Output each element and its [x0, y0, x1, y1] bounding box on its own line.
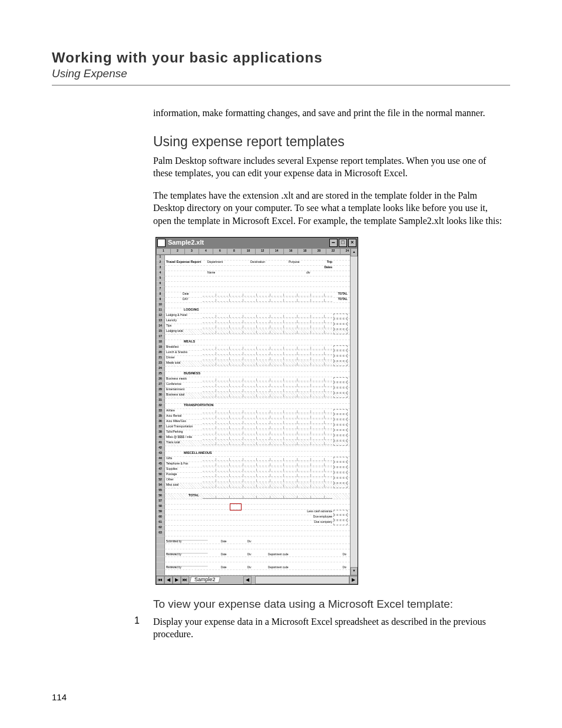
scroll-down-arrow[interactable]: ▼: [351, 567, 358, 575]
dept-code-label: Department code: [268, 566, 289, 569]
spreadsheet-area[interactable]: 123468101214161820222425 12Travel Expens…: [156, 248, 350, 575]
row-cells[interactable]: [165, 282, 350, 287]
vertical-scrollbar[interactable]: ▲ ▼: [350, 248, 358, 575]
row-label: Lodging total: [166, 330, 183, 332]
row-cells[interactable]: Misc total: [165, 483, 350, 489]
row-cells[interactable]: TRANSPORTATION: [165, 404, 350, 409]
row-cells[interactable]: Meals total: [165, 361, 350, 367]
row-header[interactable]: [156, 557, 165, 562]
row-cells[interactable]: Trans total: [165, 441, 350, 446]
row-cells[interactable]: DAYTOTAL: [165, 298, 350, 303]
row-cells[interactable]: Lodging & Hotel: [165, 314, 350, 319]
paragraph-2: The templates have the extension .xlt an…: [153, 189, 505, 228]
row-cells[interactable]: Lodging total: [165, 330, 350, 335]
column-header[interactable]: 14: [270, 248, 284, 255]
row-cells[interactable]: MISCELLANEOUS: [165, 452, 350, 457]
excel-titlebar[interactable]: Sample2.xlt ‒ □ ×: [156, 238, 358, 248]
column-header[interactable]: 4: [199, 248, 213, 255]
column-header[interactable]: 12: [256, 248, 270, 255]
column-header[interactable]: 10: [242, 248, 256, 255]
row-cells[interactable]: [165, 531, 350, 536]
row-cells[interactable]: Reviewed byDateDivDepartment codeDiv: [165, 549, 350, 557]
row-cells[interactable]: [165, 287, 350, 292]
minimize-button[interactable]: ‒: [329, 239, 338, 247]
row-cells[interactable]: [165, 570, 350, 575]
row-cells[interactable]: Auto Rental: [165, 414, 350, 420]
horizontal-scrollbar[interactable]: [255, 576, 349, 584]
tab-next-button[interactable]: ▶: [173, 576, 181, 584]
summary-label: Due company: [314, 521, 332, 523]
row-header[interactable]: [156, 562, 165, 570]
row-cells[interactable]: Postage: [165, 473, 350, 478]
row-cells[interactable]: Due company: [165, 521, 350, 526]
row-header[interactable]: 63: [156, 531, 165, 536]
column-header[interactable]: 22: [326, 248, 340, 255]
row-cells[interactable]: Auto Miles/Gas: [165, 420, 350, 425]
row-cells[interactable]: Reviewed byDateDivDepartment codeDiv: [165, 562, 350, 570]
row-cells[interactable]: Telephone & Fax: [165, 462, 350, 467]
row-cells[interactable]: TOTAL: [165, 494, 350, 499]
hscroll-right-button[interactable]: ▶: [349, 576, 358, 584]
row-cells[interactable]: Other: [165, 478, 350, 483]
row-cells[interactable]: Business meals: [165, 377, 350, 383]
column-header[interactable]: 1: [157, 248, 171, 255]
row-cells[interactable]: BUSINESS: [165, 372, 350, 377]
row-cells[interactable]: Dates: [165, 266, 350, 271]
hscroll-left-button[interactable]: ◀: [243, 576, 252, 584]
column-header[interactable]: 6: [213, 248, 227, 255]
row-cells[interactable]: [165, 499, 350, 505]
row-cells[interactable]: Supplies: [165, 467, 350, 473]
tab-last-button[interactable]: ⏭: [181, 576, 189, 584]
row-cells[interactable]: MEALS: [165, 340, 350, 345]
field-date: Date: [183, 292, 189, 295]
maximize-button[interactable]: □: [339, 239, 347, 247]
close-button[interactable]: ×: [348, 239, 356, 247]
column-header[interactable]: 16: [284, 248, 298, 255]
signature-date-label: Date: [221, 554, 227, 556]
row-cells[interactable]: [165, 557, 350, 562]
row-cells[interactable]: [165, 544, 350, 549]
row-label: Telephone & Fax: [166, 462, 189, 465]
row-cells[interactable]: Miles @ $$$$ / mile: [165, 436, 350, 441]
row-cells[interactable]: Entertainment: [165, 388, 350, 393]
scroll-up-arrow[interactable]: ▲: [351, 248, 358, 256]
row-cells[interactable]: Airfare: [165, 409, 350, 414]
column-header[interactable]: 3: [185, 248, 199, 255]
row-label: Other: [166, 478, 174, 481]
row-cells[interactable]: Local Transportation: [165, 425, 350, 430]
row-cells[interactable]: Gifts: [165, 457, 350, 462]
row-label: Entertainment: [166, 388, 184, 391]
row-cells[interactable]: LODGING: [165, 308, 350, 314]
row-cells[interactable]: Lunch & Snacks: [165, 351, 350, 356]
row-cells[interactable]: [165, 526, 350, 531]
row-cells[interactable]: Business total: [165, 393, 350, 398]
tab-first-button[interactable]: ⏮: [156, 576, 164, 584]
summary-label: Less cash advance: [307, 510, 332, 513]
row-cells[interactable]: Tips: [165, 324, 350, 330]
row-cells[interactable]: Namediv: [165, 271, 350, 276]
row-cells[interactable]: Breakfast: [165, 345, 350, 351]
signature-div-label: Div: [343, 554, 347, 556]
column-header[interactable]: 20: [312, 248, 326, 255]
row-cells[interactable]: Laundry: [165, 319, 350, 324]
tab-prev-button[interactable]: ◀: [164, 576, 173, 584]
column-header[interactable]: 18: [298, 248, 312, 255]
row-cells[interactable]: Dinner: [165, 356, 350, 361]
row-header[interactable]: [156, 544, 165, 549]
column-header[interactable]: 2: [171, 248, 185, 255]
row-cells[interactable]: Travel Expense ReportDepartmentDestinati…: [165, 261, 350, 266]
row-cells[interactable]: Tolls/Parking: [165, 430, 350, 436]
column-header[interactable]: 24: [340, 248, 350, 255]
row-cells[interactable]: Submitted byDateDiv: [165, 536, 350, 544]
row-label: Local Transportation: [166, 425, 193, 428]
row-cells[interactable]: [165, 276, 350, 282]
row-label: Misc total: [166, 483, 178, 486]
field-department: Department: [207, 261, 223, 263]
column-header[interactable]: 8: [227, 248, 242, 255]
row-cells[interactable]: Conference: [165, 383, 350, 388]
row-cells[interactable]: DateTOTAL: [165, 292, 350, 298]
row-header[interactable]: [156, 549, 165, 557]
sheet-tab[interactable]: Sample2: [190, 577, 220, 583]
row-header[interactable]: [156, 570, 165, 575]
row-header[interactable]: [156, 536, 165, 544]
